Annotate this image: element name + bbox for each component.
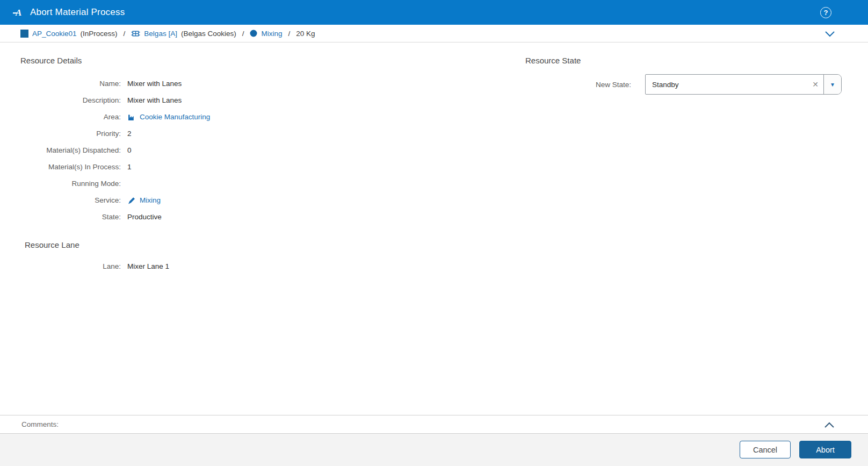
field-label: Name:	[20, 80, 121, 88]
service-link-label: Mixing	[140, 196, 161, 204]
field-label: Priority:	[20, 130, 121, 138]
service-link[interactable]: Mixing	[127, 196, 161, 205]
field-label: Running Mode:	[20, 180, 121, 188]
chevron-down-icon[interactable]	[824, 28, 836, 39]
field-row-description: Description: Mixer with Lanes	[20, 92, 210, 109]
step-circle-icon	[250, 30, 257, 37]
field-row-area: Area: Cookie Manufacturing	[20, 109, 210, 125]
resource-lane-title: Resource Lane	[20, 240, 169, 249]
resource-state-title: Resource State	[525, 56, 847, 65]
field-label: Lane:	[20, 262, 121, 270]
breadcrumb-product-desc: (Belgas Cookies)	[181, 30, 236, 38]
field-label: Service:	[20, 196, 121, 204]
field-value: Mixer with Lanes	[127, 80, 182, 88]
comments-label: Comments:	[21, 420, 59, 428]
resource-details-title: Resource Details	[20, 56, 210, 65]
abort-material-process-page: A Abort Material Process ? AP_Cookie01 (…	[0, 0, 868, 466]
field-row-lane: Lane: Mixer Lane 1	[20, 258, 169, 275]
field-label: State:	[20, 213, 121, 221]
product-grid-icon	[131, 29, 140, 38]
svg-text:A: A	[15, 8, 21, 18]
resource-lane-section: Resource Lane Lane: Mixer Lane 1	[20, 240, 169, 275]
field-label: Area:	[20, 113, 121, 121]
field-label: Material(s) Dispatched:	[20, 146, 121, 154]
title-bar: A Abort Material Process ?	[0, 0, 868, 25]
field-value: 1	[127, 163, 132, 171]
area-link-label: Cookie Manufacturing	[140, 113, 210, 121]
field-row-running-mode: Running Mode:	[20, 175, 210, 192]
abort-icon: A	[12, 6, 25, 19]
field-label: Description:	[20, 96, 121, 104]
area-link[interactable]: Cookie Manufacturing	[127, 113, 210, 121]
breadcrumb-separator: /	[242, 30, 244, 38]
lot-square-icon	[20, 30, 28, 38]
breadcrumb-quantity: 20 Kg	[296, 30, 315, 38]
chevron-up-icon[interactable]	[823, 419, 836, 430]
field-value: 0	[127, 146, 132, 154]
breadcrumb-lot-state: (InProcess)	[81, 30, 118, 38]
abort-button[interactable]: Abort	[799, 441, 851, 458]
field-row-service: Service: Mixing	[20, 192, 210, 209]
new-state-combobox[interactable]: Standby ✕ ▼	[645, 74, 842, 95]
field-row-priority: Priority: 2	[20, 125, 210, 142]
breadcrumb-lot-link[interactable]: AP_Cookie01	[32, 30, 77, 38]
new-state-label: New State:	[525, 81, 631, 89]
page-title: Abort Material Process	[30, 7, 125, 18]
main-content: Resource Details Name: Mixer with Lanes …	[0, 42, 868, 415]
field-row-state: State: Productive	[20, 209, 210, 225]
breadcrumb-separator: /	[288, 30, 290, 38]
dropdown-arrow-icon[interactable]: ▼	[824, 75, 841, 94]
field-value: Mixer with Lanes	[127, 96, 182, 104]
cancel-button[interactable]: Cancel	[740, 441, 791, 458]
breadcrumb-separator: /	[124, 30, 126, 38]
field-row-materials-in-process: Material(s) In Process: 1	[20, 159, 210, 175]
breadcrumb: AP_Cookie01 (InProcess) / Belgas [A] (Be…	[0, 25, 868, 42]
field-row-materials-dispatched: Material(s) Dispatched: 0	[20, 142, 210, 159]
field-row-name: Name: Mixer with Lanes	[20, 75, 210, 92]
new-state-value[interactable]: Standby	[646, 75, 807, 94]
help-icon[interactable]: ?	[820, 7, 831, 18]
factory-icon	[127, 113, 136, 121]
field-value: Mixer Lane 1	[127, 262, 169, 270]
breadcrumb-step-link[interactable]: Mixing	[261, 30, 282, 38]
service-pen-icon	[127, 196, 136, 205]
field-value: 2	[127, 130, 132, 138]
field-label: Material(s) In Process:	[20, 163, 121, 171]
resource-details-section: Resource Details Name: Mixer with Lanes …	[20, 56, 210, 225]
breadcrumb-product-link[interactable]: Belgas [A]	[144, 30, 177, 38]
resource-state-section: Resource State New State: Standby ✕ ▼	[525, 56, 847, 95]
action-footer: Cancel Abort	[0, 434, 868, 466]
clear-icon[interactable]: ✕	[807, 75, 823, 94]
field-value: Productive	[127, 213, 162, 221]
comments-bar[interactable]: Comments:	[0, 415, 868, 434]
